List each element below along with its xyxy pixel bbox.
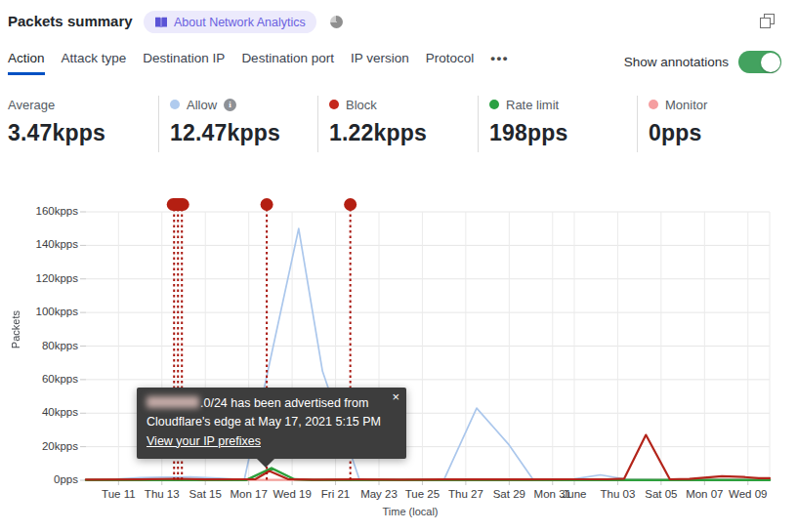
monitor-legend-dot xyxy=(649,100,658,109)
x-tick-label: Sat 29 xyxy=(479,488,539,500)
annotation-tooltip: × .0/24 has been advertised from Cloudfl… xyxy=(137,388,406,459)
allow-legend-dot xyxy=(170,100,180,109)
divider xyxy=(317,96,318,152)
show-annotations-label: Show annotations xyxy=(624,55,729,69)
packets-summary-panel: Packets summary About Network Analytics … xyxy=(0,0,797,532)
tab-ip-version[interactable]: IP version xyxy=(351,51,409,75)
x-tick-label: June xyxy=(544,488,605,500)
y-tick-label: 160kpps xyxy=(0,205,78,217)
divider xyxy=(158,96,159,152)
x-tick-label: Mon 07 xyxy=(674,488,734,500)
stat-value: 12.47kpps xyxy=(170,120,280,146)
stat-label: Allow xyxy=(187,98,217,112)
stat-label: Monitor xyxy=(665,98,707,112)
y-tick-label: 20kpps xyxy=(0,440,78,452)
book-icon xyxy=(154,17,168,28)
annotation-marker-dot[interactable] xyxy=(261,198,273,211)
x-tick-label: Tue 25 xyxy=(392,488,452,500)
tab-action[interactable]: Action xyxy=(8,51,45,75)
stat-allow: Allow i 12.47kpps xyxy=(170,97,280,146)
stat-label: Block xyxy=(346,98,377,112)
x-tick-label: Mon 17 xyxy=(219,488,279,500)
dimension-tabs: Action Attack type Destination IP Destin… xyxy=(8,51,509,75)
divider xyxy=(637,96,638,152)
y-tick-label: 120kpps xyxy=(0,272,78,284)
block-legend-dot xyxy=(329,100,339,109)
stat-value: 0pps xyxy=(649,120,707,146)
about-network-analytics-badge[interactable]: About Network Analytics xyxy=(144,11,316,33)
duplicate-window-icon[interactable] xyxy=(760,14,776,29)
badge-label: About Network Analytics xyxy=(174,16,306,29)
more-tabs-ellipsis-icon[interactable]: ••• xyxy=(490,51,509,75)
y-tick-label: 140kpps xyxy=(0,238,78,250)
x-tick-label: Tue 11 xyxy=(88,488,148,500)
stat-monitor: Monitor 0pps xyxy=(649,97,707,146)
y-tick-label: 0pps xyxy=(0,473,78,485)
stat-label: Rate limit xyxy=(506,98,559,112)
show-annotations-control: Show annotations xyxy=(624,51,781,73)
info-icon[interactable]: i xyxy=(224,99,236,111)
x-tick-label: Mon 31 xyxy=(523,488,583,500)
x-tick-label: Fri 21 xyxy=(306,488,366,500)
data-freshness-pie-icon xyxy=(330,16,343,28)
toggle-knob xyxy=(761,53,780,72)
divider xyxy=(478,96,479,152)
rate-limit-legend-dot xyxy=(489,100,499,109)
stat-value: 3.47kpps xyxy=(8,120,105,146)
stat-rate-limit: Rate limit 198pps xyxy=(489,97,567,146)
x-tick-label: Thu 27 xyxy=(436,488,496,500)
redacted-ip-prefix xyxy=(147,396,199,408)
show-annotations-toggle[interactable] xyxy=(738,51,781,73)
x-tick-label: Thu 13 xyxy=(132,488,192,500)
x-tick-label: Thu 03 xyxy=(587,488,648,500)
stat-block: Block 1.22kpps xyxy=(329,97,427,146)
x-tick-label: May 23 xyxy=(349,488,409,500)
tab-destination-ip[interactable]: Destination IP xyxy=(143,51,225,75)
stat-value: 198pps xyxy=(489,120,567,146)
page-title: Packets summary xyxy=(8,13,133,29)
view-ip-prefixes-link[interactable]: View your IP prefixes xyxy=(147,434,261,448)
x-tick-label: Sat 05 xyxy=(631,488,692,500)
stat-average: Average 3.47kpps xyxy=(8,97,105,146)
y-tick-label: 60kpps xyxy=(0,373,78,385)
tab-attack-type[interactable]: Attack type xyxy=(62,51,127,75)
x-tick-label: Wed 09 xyxy=(718,488,778,500)
tab-protocol[interactable]: Protocol xyxy=(426,51,475,75)
annotation-marker-pill[interactable] xyxy=(167,198,189,211)
copy-icon-front-square xyxy=(760,18,771,28)
x-tick-label: Sat 15 xyxy=(175,488,235,500)
series-line-rate-limit xyxy=(86,469,770,480)
x-axis-title: Time (local) xyxy=(88,506,733,517)
stat-value: 1.22kpps xyxy=(329,120,427,146)
stat-label: Average xyxy=(8,98,55,112)
tooltip-close-icon[interactable]: × xyxy=(392,390,399,403)
y-tick-label: 40kpps xyxy=(0,406,78,418)
tooltip-caret xyxy=(256,458,275,468)
x-tick-label: Wed 19 xyxy=(262,488,322,500)
tooltip-line2: Cloudflare's edge at May 17, 2021 5:15 P… xyxy=(147,413,397,431)
y-axis-title: Packets xyxy=(10,310,21,348)
annotation-marker-dot[interactable] xyxy=(344,198,357,211)
tab-destination-port[interactable]: Destination port xyxy=(241,51,334,75)
tooltip-line1: .0/24 has been advertised from xyxy=(147,394,397,413)
